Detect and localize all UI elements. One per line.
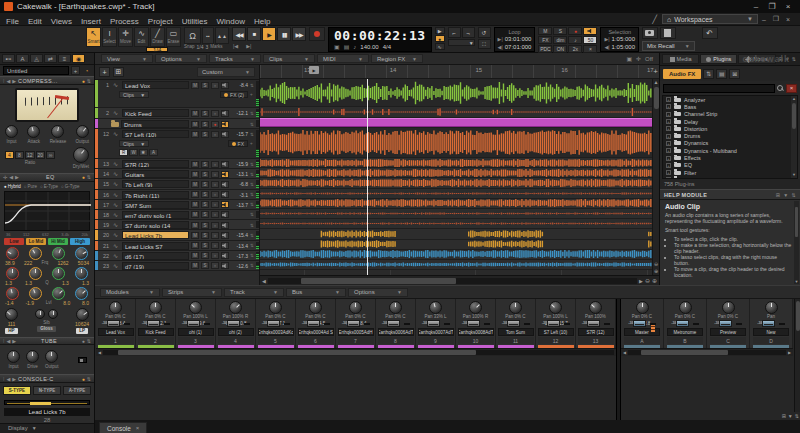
sort-icon[interactable]: ⇅ <box>703 69 714 79</box>
menu-views[interactable]: Views <box>51 17 72 26</box>
plugin-folder-row[interactable]: +Delay <box>663 118 797 125</box>
scrollbar-thumb[interactable] <box>301 278 456 284</box>
insert-from-template-button[interactable]: ⊞ <box>113 67 124 77</box>
clip-lane[interactable] <box>260 128 659 158</box>
plugin-folder-row[interactable]: +Drums <box>663 132 797 139</box>
track-row[interactable]: 14∿GuitarsMS●-13.1⇅ <box>95 169 259 179</box>
eq-band-low[interactable]: Low <box>4 238 24 245</box>
eq-type-hybrid[interactable]: ●Hybrid <box>4 184 21 189</box>
track-row[interactable]: 23∿d7 (19)MS●-12.6⇅ <box>95 261 259 271</box>
menu-project[interactable]: Project <box>148 17 173 26</box>
expand-icon[interactable]: ⇅ <box>795 413 799 419</box>
next-icon[interactable]: ▶ <box>12 376 16 382</box>
track-volume-db[interactable]: -15.4 <box>231 232 248 238</box>
collapse-icon[interactable]: ⇅ <box>87 174 91 180</box>
channel-name[interactable]: Kick Feed <box>138 328 174 336</box>
menu-window[interactable]: Window <box>217 17 245 26</box>
clip-lane[interactable] <box>260 260 659 270</box>
tempo-value[interactable]: 140.00 <box>360 44 378 50</box>
pan-knob[interactable] <box>109 301 122 314</box>
track-row[interactable]: 16∿7b Right (11)MS●-3.1⇅ <box>95 190 259 200</box>
power-icon[interactable]: ● <box>82 376 85 382</box>
track-name[interactable]: S7 Left (10) <box>122 130 189 138</box>
plugin-folder-row[interactable]: +Bass <box>663 103 797 110</box>
fader-handle[interactable] <box>547 320 560 327</box>
markers-button[interactable]: ▲▲ <box>215 27 229 44</box>
global-2x-button[interactable]: 2x <box>568 45 582 53</box>
mute-button[interactable]: M <box>191 201 199 208</box>
release-knob[interactable] <box>51 125 64 138</box>
menu-edit[interactable]: Edit <box>28 17 42 26</box>
track-row[interactable]: 21∿Lead Licks S7MS●-13.4⇅ <box>95 241 259 251</box>
scrub-button[interactable]: ∿ <box>435 43 445 50</box>
draw-line-icon[interactable]: ╱ <box>652 15 657 24</box>
global-fx-button[interactable]: FX <box>538 36 552 44</box>
go-end-icon[interactable]: ▶| <box>246 43 251 49</box>
rewind-button[interactable]: ◀◀ <box>232 27 246 41</box>
input-echo-button[interactable] <box>221 121 229 128</box>
channel-strip[interactable]: Pan 33% L0-6-12-18-24-36-8.7Earthqks0007… <box>416 299 456 348</box>
expand-icon[interactable]: + <box>666 141 671 146</box>
clips-dropdown[interactable]: Clips▼ <box>119 91 149 98</box>
midi-clip[interactable] <box>260 118 659 127</box>
time-format-icon[interactable]: ▣ <box>334 43 340 50</box>
prev-icon[interactable]: ◀ <box>6 78 10 84</box>
doc-minimize-button[interactable]: – <box>758 16 770 23</box>
solo-button[interactable]: S <box>201 211 209 218</box>
track-name[interactable]: S7 durty solo (14 <box>122 221 189 229</box>
track-volume-db[interactable]: -13.7 <box>231 202 248 208</box>
fader-handle[interactable] <box>227 320 240 327</box>
add-module-button[interactable]: + <box>71 66 80 75</box>
clip-lane[interactable] <box>260 118 659 128</box>
track-volume-db[interactable]: -15.9 <box>231 161 248 167</box>
metronome-icon[interactable]: ▤ <box>344 43 350 50</box>
output-knob[interactable] <box>45 350 58 363</box>
mute-button[interactable]: M <box>191 222 199 229</box>
selection-end[interactable]: 1:05:000 <box>612 43 635 51</box>
expand-icon[interactable]: + <box>666 126 671 131</box>
scroll-right-icon[interactable]: ▶ <box>639 278 643 284</box>
solo-button[interactable]: S <box>201 232 209 239</box>
dry-wet-knob[interactable] <box>73 147 89 163</box>
channel-name[interactable]: New <box>753 328 789 336</box>
eq-knob[interactable] <box>52 287 65 300</box>
solo-button[interactable]: S <box>201 171 209 178</box>
track-row[interactable]: 12∿S7 Left (10)MS●-15.7⇅Clips▼FX+RW✱A <box>95 129 259 159</box>
trackview-menu-tracks[interactable]: Tracks▼ <box>209 54 261 63</box>
eq-knob[interactable] <box>6 247 19 260</box>
clip-lane[interactable] <box>260 219 659 229</box>
eq-knob[interactable] <box>6 267 19 280</box>
pan-knob[interactable] <box>189 301 202 314</box>
channel-strip[interactable]: Pan 0% C0-6-12-18-24-36-7.2Earthqks0006A… <box>376 299 416 348</box>
scrollbar-thumb[interactable] <box>641 350 728 355</box>
eq-knob[interactable] <box>29 267 42 280</box>
record-arm-button[interactable]: ● <box>211 131 219 138</box>
channel-strip[interactable]: Pan 100% L0-6-12-18-24-36-0.7-9.6ohi (1)… <box>176 299 216 348</box>
channel-strip[interactable]: Pan 0% C0-6-12-18-24-36-7.3-18.4Erthqks0… <box>336 299 376 348</box>
plugin-folder-row[interactable]: +Analyzer <box>663 96 797 103</box>
channel-strip[interactable]: Pan 0% C0-6-12-18-24-36-3.9-12.1Kick Fee… <box>136 299 176 348</box>
pan-knob[interactable] <box>722 301 735 314</box>
channel-strip[interactable]: Pan 100%0-6-12-18-24-36-13.5S7R (12)13 <box>576 299 616 348</box>
collapse-icon[interactable]: ⇅ <box>87 78 91 84</box>
track-row[interactable]: 2∿Kick FeedMS●-12.1⇅ <box>95 108 259 119</box>
record-arm-button[interactable]: ● <box>211 222 219 229</box>
trackview-menu-view[interactable]: View▼ <box>101 54 153 63</box>
channel-name[interactable]: ohi (2) <box>218 328 254 336</box>
scroll-up-icon[interactable]: ▲ <box>792 96 796 102</box>
input-echo-button[interactable] <box>221 161 229 168</box>
close-tab-icon[interactable]: × <box>136 425 140 431</box>
sib-low-knob[interactable] <box>35 309 45 319</box>
fx-bin[interactable]: FX <box>228 140 248 147</box>
channel-strip[interactable]: Pan 0% C0-6-12-18-24-360.0PreviewC <box>707 299 750 348</box>
punch-in-button[interactable]: ⌐ <box>448 27 461 38</box>
trackview-menu-options[interactable]: Options▼ <box>155 54 207 63</box>
menu-process[interactable]: Process <box>110 17 139 26</box>
fx-bin[interactable]: FX (2) <box>220 91 248 98</box>
display-dropdown[interactable]: Display ▼ <box>0 423 94 433</box>
channel-name[interactable]: Erthqks0005AdH <box>338 328 374 336</box>
console-vertical-scrollbar[interactable] <box>794 299 800 412</box>
eq-band-hi-mid[interactable]: Hi Mid <box>48 238 68 245</box>
track-name[interactable]: Guitars <box>122 170 189 178</box>
global-m-button[interactable]: M <box>538 27 552 35</box>
